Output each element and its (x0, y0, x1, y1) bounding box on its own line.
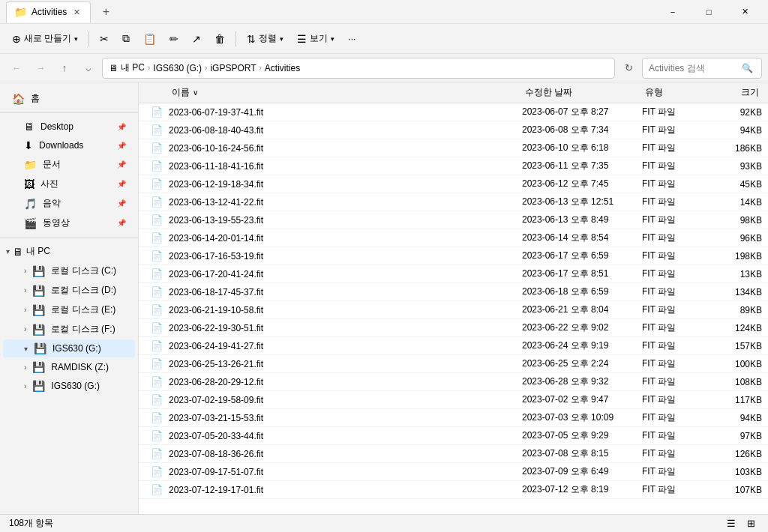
breadcrumb-igpsport[interactable]: iGPSPORT (210, 63, 256, 73)
title-bar-left: 📁 Activities ✕ + (6, 1, 656, 22)
table-row[interactable]: 📄 2023-06-22-19-30-51.fit 2023-06-22 오후 … (139, 319, 768, 337)
cut-button[interactable]: ✂ (94, 28, 115, 50)
new-button[interactable]: ⊕ 새로 만들기 ▾ (6, 28, 84, 50)
table-row[interactable]: 📄 2023-06-13-19-55-23.fit 2023-06-13 오후 … (139, 211, 768, 229)
col-header-name[interactable]: 이름 ∨ (169, 82, 522, 103)
file-icon: 📄 (151, 250, 163, 262)
table-row[interactable]: 📄 2023-07-09-17-51-07.fit 2023-07-09 오후 … (139, 463, 768, 481)
delete-button[interactable]: 🗑 (208, 28, 231, 50)
file-date-cell: 2023-06-13 오후 8:49 (522, 214, 642, 226)
sidebar-item-downloads[interactable]: ⬇ Downloads 📌 (3, 136, 135, 154)
sidebar-item-pictures[interactable]: 🖼 사진 📌 (3, 175, 135, 193)
file-size-cell: 100KB (702, 359, 762, 369)
table-row[interactable]: 📄 2023-06-14-20-01-14.fit 2023-06-14 오후 … (139, 229, 768, 247)
rename-button[interactable]: ✏ (164, 28, 184, 50)
paste-button[interactable]: 📋 (137, 28, 162, 50)
col-header-size[interactable]: 크기 (702, 82, 762, 103)
view-button[interactable]: ☰ 보기 ▾ (291, 28, 340, 50)
table-row[interactable]: 📄 2023-06-13-12-41-22.fit 2023-06-13 오후 … (139, 193, 768, 211)
new-tab-button[interactable]: + (95, 1, 116, 22)
table-row[interactable]: 📄 2023-06-11-18-41-16.fit 2023-06-11 오후 … (139, 157, 768, 175)
table-row[interactable]: 📄 2023-07-03-21-15-53.fit 2023-07-03 오후 … (139, 409, 768, 427)
search-input[interactable] (649, 63, 739, 73)
table-row[interactable]: 📄 2023-06-07-19-37-41.fit 2023-06-07 오후 … (139, 103, 768, 121)
table-row[interactable]: 📄 2023-06-10-16-24-56.fit 2023-06-10 오후 … (139, 139, 768, 157)
close-button[interactable]: ✕ (728, 0, 762, 24)
sidebar-drive-f[interactable]: › 💾 로컬 디스크 (F:) (3, 320, 135, 339)
forward-button[interactable]: → (30, 58, 51, 79)
search-box[interactable]: 🔍 (642, 58, 762, 79)
list-view-button[interactable]: ☰ (723, 516, 740, 532)
table-row[interactable]: 📄 2023-06-18-17-45-37.fit 2023-06-18 오후 … (139, 283, 768, 301)
mypc-icon: 🖥 (13, 246, 23, 258)
back-button[interactable]: ← (6, 58, 27, 79)
table-row[interactable]: 📄 2023-06-24-19-41-27.fit 2023-06-24 오후 … (139, 337, 768, 355)
table-row[interactable]: 📄 2023-07-08-18-36-26.fit 2023-07-08 오후 … (139, 445, 768, 463)
pictures-label: 사진 (40, 178, 111, 190)
file-size-cell: 108KB (702, 377, 762, 387)
sidebar-item-videos[interactable]: 🎬 동영상 📌 (3, 214, 135, 232)
file-date-cell: 2023-06-11 오후 7:35 (522, 160, 642, 172)
maximize-button[interactable]: □ (692, 0, 726, 24)
copy-button[interactable]: ⧉ (116, 28, 136, 50)
file-icon: 📄 (151, 124, 163, 136)
sidebar-item-documents[interactable]: 📁 문서 📌 (3, 155, 135, 174)
file-name-cell: 2023-06-17-20-41-24.fit (169, 269, 522, 279)
col-header-type[interactable]: 유형 (642, 82, 702, 103)
file-size-cell: 124KB (702, 323, 762, 333)
breadcrumb-drive[interactable]: IGS630 (G:) (153, 63, 202, 73)
search-icon: 🔍 (742, 63, 753, 73)
file-date-cell: 2023-06-24 오후 9:19 (522, 339, 642, 352)
breadcrumb-mypc[interactable]: 🖥 내 PC (109, 61, 145, 74)
refresh-button[interactable]: ↻ (618, 58, 639, 79)
file-type-cell: FIT 파일 (642, 250, 702, 262)
sidebar-drive-z[interactable]: › 💾 RAMDISK (Z:) (3, 358, 135, 376)
table-row[interactable]: 📄 2023-06-12-19-18-34.fit 2023-06-12 오후 … (139, 175, 768, 193)
file-list: 이름 ∨ 수정한 날짜 유형 크기 📄 2023-06-07-19-37-41.… (139, 82, 768, 514)
new-button-label: 새로 만들기 (24, 32, 71, 45)
sidebar-item-home[interactable]: 🏠 홈 (3, 89, 135, 108)
table-row[interactable]: 📄 2023-06-21-19-10-58.fit 2023-06-21 오후 … (139, 301, 768, 319)
table-row[interactable]: 📄 2023-07-12-19-17-01.fit 2023-07-12 오후 … (139, 481, 768, 499)
sidebar-item-music[interactable]: 🎵 음악 📌 (3, 194, 135, 213)
delete-icon: 🗑 (214, 33, 225, 45)
share-button[interactable]: ↗ (186, 28, 207, 50)
table-row[interactable]: 📄 2023-07-02-19-58-09.fit 2023-07-02 오후 … (139, 391, 768, 409)
sidebar-drive-c[interactable]: › 💾 로컬 디스크 (C:) (3, 262, 135, 280)
sidebar-drive-d[interactable]: › 💾 로컬 디스크 (D:) (3, 281, 135, 300)
downloads-label: Downloads (39, 140, 111, 151)
table-row[interactable]: 📄 2023-06-08-18-40-43.fit 2023-06-08 오후 … (139, 121, 768, 139)
sidebar-drive-e[interactable]: › 💾 로컬 디스크 (E:) (3, 300, 135, 319)
up-button[interactable]: ↑ (54, 58, 75, 79)
recent-button[interactable]: ⌵ (78, 58, 99, 79)
breadcrumb-bar[interactable]: 🖥 내 PC › IGS630 (G:) › iGPSPORT › Activi… (102, 58, 615, 79)
table-row[interactable]: 📄 2023-06-17-16-53-19.fit 2023-06-17 오후 … (139, 247, 768, 265)
sidebar-divider-2 (0, 237, 138, 238)
table-row[interactable]: 📄 2023-07-05-20-33-44.fit 2023-07-05 오후 … (139, 427, 768, 445)
col-type-label: 유형 (645, 86, 663, 99)
sidebar-drive-g2[interactable]: › 💾 IGS630 (G:) (3, 377, 135, 395)
col-header-date[interactable]: 수정한 날짜 (522, 82, 642, 103)
table-row[interactable]: 📄 2023-06-28-20-29-12.fit 2023-06-28 오후 … (139, 373, 768, 391)
home-label: 홈 (31, 92, 126, 105)
file-icon: 📄 (151, 178, 163, 190)
file-date-cell: 2023-06-28 오후 9:32 (522, 375, 642, 388)
file-size-cell: 98KB (702, 215, 762, 226)
tab-close-button[interactable]: ✕ (71, 7, 82, 18)
table-row[interactable]: 📄 2023-06-25-13-26-21.fit 2023-06-25 오후 … (139, 355, 768, 373)
drive-d-icon: 💾 (32, 285, 45, 297)
file-date-cell: 2023-06-22 오후 9:02 (522, 321, 642, 334)
sort-button[interactable]: ⇅ 정렬 ▾ (241, 28, 290, 50)
drive-f-expand: › (24, 325, 26, 333)
detail-view-button[interactable]: ⊞ (742, 516, 759, 532)
sidebar: 🏠 홈 🖥 Desktop 📌 ⬇ Downloads 📌 📁 문서 📌 🖼 사… (0, 82, 139, 514)
more-button[interactable]: ··· (342, 28, 362, 50)
sidebar-drive-g[interactable]: ▾ 💾 IGS630 (G:) (3, 339, 135, 357)
table-row[interactable]: 📄 2023-06-17-20-41-24.fit 2023-06-17 오후 … (139, 265, 768, 283)
downloads-icon: ⬇ (24, 139, 33, 151)
sidebar-item-desktop[interactable]: 🖥 Desktop 📌 (3, 118, 135, 136)
breadcrumb-activities[interactable]: Activities (265, 63, 300, 73)
active-tab[interactable]: 📁 Activities ✕ (6, 1, 91, 22)
sidebar-mypc-header[interactable]: ▾ 🖥 내 PC (0, 242, 138, 261)
minimize-button[interactable]: − (656, 0, 690, 24)
